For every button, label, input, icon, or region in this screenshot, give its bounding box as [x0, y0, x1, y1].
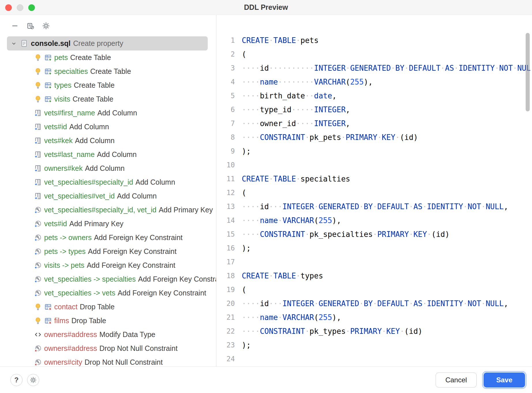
scrollbar-thumb[interactable] [526, 33, 530, 111]
tree-item[interactable]: vets#idAdd Column [0, 120, 216, 134]
line-number: 10 [216, 158, 235, 172]
tree-item-action: Add Primary Key [159, 206, 213, 214]
tree-item-name: owners#address [44, 344, 97, 353]
tree-item-name: vet_specialties -> vets [44, 289, 115, 297]
tree-item-action: Add Column [117, 192, 157, 200]
code-line: ( [242, 47, 530, 61]
ddl-sql-editor[interactable]: 123456789101112131415161718192021222324 … [216, 15, 532, 366]
tree-item[interactable]: visits -> petsAdd Foreign Key Constraint [0, 258, 216, 272]
key-add-icon [34, 234, 42, 242]
line-number: 14 [216, 214, 235, 227]
tree-item-name: pets [54, 53, 68, 62]
tree-item[interactable]: vet_specialties#specialty_idAdd Column [0, 175, 216, 189]
tree-item[interactable]: owners#kekAdd Column [0, 161, 216, 175]
tree-item[interactable]: vets#first_nameAdd Column [0, 106, 216, 120]
tree-item[interactable]: vet_specialties -> vetsAdd Foreign Key C… [0, 286, 216, 300]
tree-item-name: visits [54, 95, 70, 103]
editor-code: CREATE·TABLE·pets(····id··········INTEGE… [242, 15, 530, 366]
column-add-icon [34, 123, 42, 131]
code-line [242, 158, 530, 172]
tree-item[interactable]: owners#addressDrop Not Null Constraint [0, 341, 216, 355]
script-preview-icon [27, 22, 34, 30]
line-number: 9 [216, 144, 235, 158]
tree-item-name: visits -> pets [44, 261, 85, 270]
root-action-label: Create property [73, 39, 123, 48]
tree-item[interactable]: specialtiesCreate Table [0, 64, 216, 78]
tree-item-action: Add Foreign Key Constraint [138, 275, 216, 283]
line-number: 7 [216, 117, 235, 130]
tree-item-action: Add Column [69, 123, 109, 131]
tree-item-name: pets -> owners [44, 233, 92, 242]
tree-item-action: Add Foreign Key Constraint [94, 233, 183, 242]
tree-item-name: vets#id [44, 220, 67, 228]
key-drop-icon [34, 345, 42, 352]
table-add-icon [44, 95, 52, 103]
line-number: 15 [216, 227, 235, 241]
tree-item[interactable]: pets -> typesAdd Foreign Key Constraint [0, 244, 216, 258]
key-add-icon [34, 289, 42, 297]
bulb-icon [34, 68, 42, 75]
chevron-down-icon[interactable] [10, 40, 17, 47]
tree-item-action: Add Foreign Key Constraint [87, 261, 175, 270]
table-add-icon [44, 68, 52, 75]
line-number: 11 [216, 172, 235, 186]
tree-item[interactable]: filmsDrop Table [0, 314, 216, 328]
tree-item-name: vets#id [44, 123, 67, 131]
code-line [242, 352, 530, 366]
key-add-icon [34, 275, 42, 283]
tree-item[interactable]: vets#kekAdd Column [0, 134, 216, 147]
help-icon: ? [14, 376, 19, 384]
tree-item[interactable]: petsCreate Table [0, 50, 216, 64]
tree-item[interactable]: visitsCreate Table [0, 92, 216, 106]
column-add-icon [34, 109, 42, 117]
tree-item-action: Drop Not Null Constraint [85, 358, 163, 366]
tree-item[interactable]: typesCreate Table [0, 78, 216, 92]
code-line: ); [242, 241, 530, 255]
column-add-icon [34, 151, 42, 158]
tree-item-name: owners#city [44, 358, 82, 366]
bulb-icon [34, 303, 42, 311]
code-line: ····CONSTRAINT·pk_types·PRIMARY·KEY·(id) [242, 324, 530, 338]
tree-item-name: vets#first_name [44, 109, 95, 117]
help-button[interactable]: ? [10, 374, 23, 386]
minus-icon [11, 22, 19, 30]
tree-settings-button[interactable] [42, 21, 50, 30]
key-add-icon [34, 220, 42, 228]
editor-scrollbar[interactable] [526, 33, 530, 365]
save-button[interactable]: Save [484, 373, 525, 388]
tree-item[interactable]: owners#addressModify Data Type [0, 328, 216, 341]
code-line: ····owner_id····INTEGER, [242, 117, 530, 130]
code-line: ····name·VARCHAR(255), [242, 214, 530, 227]
line-number: 16 [216, 241, 235, 255]
code-line: ); [242, 338, 530, 352]
tree-item-name: types [54, 81, 72, 89]
key-add-icon [34, 206, 42, 214]
tree-item[interactable]: vet_specialties#vet_idAdd Column [0, 189, 216, 203]
code-line: ( [242, 283, 530, 297]
line-number: 21 [216, 310, 235, 324]
tree-item-action: Add Foreign Key Constraint [88, 247, 177, 256]
bulb-icon [34, 95, 42, 103]
editor-gutter: 123456789101112131415161718192021222324 [216, 15, 235, 366]
script-preview-button[interactable] [26, 21, 35, 30]
cancel-button[interactable]: Cancel [436, 373, 477, 388]
code-line: ); [242, 144, 530, 158]
settings-button[interactable] [27, 374, 39, 386]
gear-icon [42, 22, 50, 30]
collapse-button[interactable] [10, 21, 19, 30]
tree-item-name: vet_specialties#specialty_id, vet_id [44, 206, 156, 214]
tree-item[interactable]: vets#idAdd Primary Key [0, 217, 216, 231]
tree-item[interactable]: contactDrop Table [0, 300, 216, 314]
tree-item-name: films [54, 317, 69, 325]
main-content: console.sql Create property petsCreate T… [0, 15, 532, 366]
tree-item[interactable]: vets#last_nameAdd Column [0, 147, 216, 161]
code-line: ····id···INTEGER·GENERATED·BY·DEFAULT·AS… [242, 297, 530, 310]
tree-items-container: petsCreate TablespecialtiesCreate Tablet… [0, 50, 216, 366]
tree-item[interactable]: vet_specialties#specialty_id, vet_idAdd … [0, 203, 216, 217]
tree-item[interactable]: pets -> ownersAdd Foreign Key Constraint [0, 231, 216, 244]
tree-item[interactable]: vet_specialties -> specialtiesAdd Foreig… [0, 272, 216, 286]
tree-root-console-sql[interactable]: console.sql Create property [7, 36, 208, 50]
tree-item-action: Add Primary Key [69, 220, 123, 228]
tree-item[interactable]: owners#cityDrop Not Null Constraint [0, 355, 216, 366]
tree-toolbar [0, 15, 216, 36]
